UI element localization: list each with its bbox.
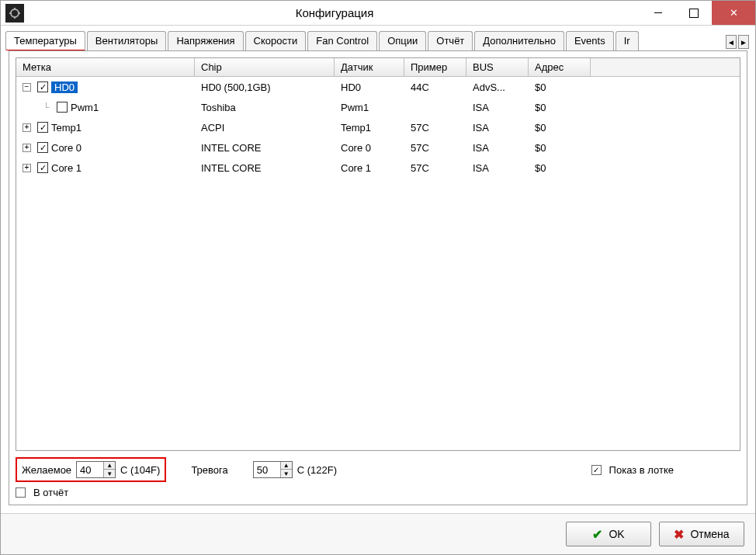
tab-scroll-left[interactable]: ◄ <box>726 35 737 49</box>
cell-addr: $0 <box>529 159 591 177</box>
desired-label: Желаемое <box>22 464 71 476</box>
cell-chip: INTEL CORE <box>195 159 335 177</box>
expand-icon[interactable]: + <box>23 164 31 172</box>
cell-addr: $0 <box>529 119 591 137</box>
row-checkbox[interactable] <box>57 102 68 113</box>
desired-down[interactable]: ▼ <box>104 470 115 477</box>
col-label[interactable]: Метка <box>16 58 195 76</box>
close-button[interactable] <box>712 1 755 25</box>
cell-sensor: Pwm1 <box>335 99 404 116</box>
desired-temp-highlight: Желаемое ▲ ▼ C (104F) <box>16 457 166 482</box>
desired-up[interactable]: ▲ <box>104 462 115 470</box>
collapse-icon[interactable]: − <box>23 83 31 92</box>
alarm-label: Тревога <box>191 464 227 476</box>
show-tray-label: Показ в лотке <box>609 464 674 476</box>
row-label: Temp1 <box>51 122 81 134</box>
cell-chip: ACPI <box>195 119 335 137</box>
alarm-suffix: C (122F) <box>297 464 337 476</box>
cell-bus: ISA <box>466 159 529 177</box>
row-checkbox[interactable] <box>37 82 48 92</box>
expand-icon[interactable]: + <box>23 123 31 132</box>
cell-sensor: HD0 <box>335 78 404 96</box>
tab-скорости[interactable]: Скорости <box>245 31 307 50</box>
cell-addr: $0 <box>529 139 591 157</box>
tab-температуры[interactable]: Температуры <box>5 31 85 50</box>
tab-page: Метка Chip Датчик Пример BUS Адрес −HD0H… <box>9 50 747 505</box>
expand-icon[interactable]: + <box>23 144 31 152</box>
row-label: Pwm1 <box>71 102 99 113</box>
app-icon <box>5 4 24 23</box>
row-label: HD0 <box>51 82 78 93</box>
row-checkbox[interactable] <box>37 122 48 133</box>
cell-sensor: Core 1 <box>335 159 404 177</box>
row-label: Core 1 <box>51 162 81 174</box>
cross-icon: ✖ <box>674 527 684 542</box>
desired-suffix: C (104F) <box>120 464 160 476</box>
cell-chip: Toshiba <box>195 99 335 116</box>
table-row[interactable]: +Core 1INTEL CORECore 157CISA$0 <box>16 158 740 178</box>
table-row[interactable]: −HD0HD0 (500,1GB)HD044CAdvS...$0 <box>16 77 740 97</box>
config-window: Конфигурация ТемпературыВентиляторыНапря… <box>0 0 756 555</box>
tab-вентиляторы[interactable]: Вентиляторы <box>87 31 167 50</box>
tab-напряжения[interactable]: Напряжения <box>168 31 243 50</box>
tab-scroll-right[interactable]: ► <box>738 35 749 49</box>
cell-sensor: Core 0 <box>335 139 404 157</box>
dialog-button-bar: ✔ OK ✖ Отмена <box>1 513 755 554</box>
cell-chip: INTEL CORE <box>195 139 335 157</box>
cell-sample: 57C <box>404 119 466 137</box>
tab-отчёт[interactable]: Отчёт <box>428 31 473 50</box>
titlebar: Конфигурация <box>1 1 755 26</box>
cancel-button[interactable]: ✖ Отмена <box>659 522 744 546</box>
row-checkbox[interactable] <box>37 142 48 153</box>
desired-spin[interactable]: ▲ ▼ <box>76 461 116 478</box>
col-bus[interactable]: BUS <box>466 58 529 76</box>
table-row[interactable]: +Core 0INTEL CORECore 057CISA$0 <box>16 137 740 158</box>
cell-bus: ISA <box>466 119 529 137</box>
cell-sample: 44C <box>404 78 466 96</box>
maximize-button[interactable] <box>676 1 712 25</box>
cell-addr: $0 <box>529 78 591 96</box>
col-sensor[interactable]: Датчик <box>335 58 404 76</box>
tab-fan control[interactable]: Fan Control <box>307 31 377 50</box>
in-report-check[interactable] <box>16 487 26 498</box>
check-icon: ✔ <box>592 527 602 542</box>
cell-bus: AdvS... <box>466 78 529 96</box>
alarm-input[interactable] <box>254 462 280 477</box>
list-header: Метка Chip Датчик Пример BUS Адрес <box>16 58 740 77</box>
col-addr[interactable]: Адрес <box>529 58 591 76</box>
cell-sensor: Temp1 <box>335 119 404 137</box>
cell-sample: 57C <box>404 139 466 157</box>
row-label: Core 0 <box>51 142 81 154</box>
list-body: −HD0HD0 (500,1GB)HD044CAdvS...$0└Pwm1Tos… <box>16 77 740 450</box>
minimize-button[interactable] <box>640 1 676 25</box>
table-row[interactable]: └Pwm1ToshibaPwm1ISA$0 <box>16 97 740 117</box>
alarm-up[interactable]: ▲ <box>281 462 292 470</box>
svg-point-0 <box>11 9 19 17</box>
show-tray-check[interactable] <box>591 465 602 475</box>
cell-sample <box>404 104 466 110</box>
cell-addr: $0 <box>529 99 591 116</box>
in-report-label: В отчёт <box>33 487 68 498</box>
ok-button[interactable]: ✔ OK <box>566 522 651 546</box>
tab-опции[interactable]: Опции <box>379 31 426 50</box>
cell-sample: 57C <box>404 159 466 177</box>
row-checkbox[interactable] <box>37 162 48 173</box>
col-sample[interactable]: Пример <box>404 58 466 76</box>
window-controls <box>640 1 755 25</box>
col-chip[interactable]: Chip <box>195 58 335 76</box>
alarm-spin[interactable]: ▲ ▼ <box>253 461 293 478</box>
cell-bus: ISA <box>466 139 529 157</box>
tab-ir[interactable]: Ir <box>616 31 639 50</box>
alarm-down[interactable]: ▼ <box>281 470 292 477</box>
bottom-controls: Желаемое ▲ ▼ C (104F) Тревога <box>16 457 740 498</box>
desired-input[interactable] <box>77 462 103 477</box>
tab-дополнительно[interactable]: Дополнительно <box>474 31 564 50</box>
cell-chip: HD0 (500,1GB) <box>195 78 335 96</box>
table-row[interactable]: +Temp1ACPITemp157CISA$0 <box>16 117 740 137</box>
sensor-list[interactable]: Метка Chip Датчик Пример BUS Адрес −HD0H… <box>16 57 740 451</box>
tab-scroll: ◄ ► <box>723 35 751 50</box>
window-title: Конфигурация <box>29 6 640 19</box>
cell-bus: ISA <box>466 99 529 116</box>
tab-strip: ТемпературыВентиляторыНапряженияСкорости… <box>1 26 755 50</box>
tab-events[interactable]: Events <box>566 31 614 50</box>
